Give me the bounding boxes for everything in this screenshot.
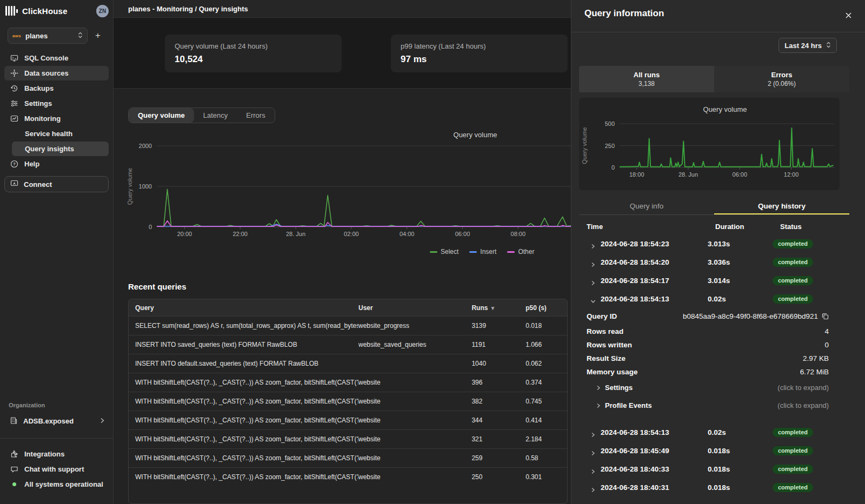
history-rows: 2024-06-28 18:54:233.013scompleted2024-0… [579,236,858,309]
svg-text:1000: 1000 [139,183,152,190]
detail-value: 4 [824,327,829,335]
chevron-down-icon[interactable] [588,299,598,304]
panel-tabs: Query info Query history [579,199,849,215]
sidebar-item-query-insights[interactable]: Query insights [12,142,109,156]
copy-icon[interactable] [822,313,829,320]
detail-value: b0845aa9-a8c9-49f0-8f68-e678669bd921 [683,312,829,320]
legend-item-insert[interactable]: Insert [469,248,496,256]
query-information-panel: Query information Last 24 hrs All runs 3… [571,0,865,504]
segment-all-runs[interactable]: All runs 3,138 [579,66,714,92]
svg-text:06:00: 06:00 [455,231,470,237]
time-range-select[interactable]: Last 24 hrs [778,38,837,53]
column-header-time: Time [587,223,603,231]
sidebar-item-chat-with-support[interactable]: Chat with support [4,462,109,476]
history-duration: 0.02s [708,428,726,436]
table-row[interactable]: WITH bitShiftLeft(CAST(?..), _CAST(?..))… [129,448,567,467]
svg-text:28. Jun: 28. Jun [286,231,305,237]
history-row[interactable]: 2024-06-28 18:40:310.018scompleted [579,479,858,498]
main-content: planes - Monitoring / Query insights Que… [114,0,571,504]
tab-query-volume[interactable]: Query volume [129,108,194,123]
table-row[interactable]: WITH bitShiftLeft(CAST(?..), _CAST(?..))… [129,429,567,448]
sidebar-item-settings[interactable]: Settings [4,96,109,111]
table-row[interactable]: INSERT INTO default.saved_queries (text)… [129,354,567,373]
user-avatar[interactable]: ZN [96,5,109,17]
add-service-button[interactable]: + [93,30,103,41]
history-row[interactable]: 2024-06-28 18:54:203.036scompleted [579,254,858,272]
history-row[interactable]: 2024-06-28 18:54:173.014scompleted [579,272,858,291]
column-header-p50[interactable]: p50 (s) [525,304,567,312]
table-row[interactable]: INSERT INTO saved_queries (text) FORMAT … [129,335,567,354]
svg-text:02:00: 02:00 [344,231,359,237]
chevron-right-icon[interactable] [591,278,595,288]
integrations-icon [10,450,19,458]
tab-latency[interactable]: Latency [194,108,237,123]
detail-row: Rows read4 [579,325,858,338]
tab-errors[interactable]: Errors [237,108,274,123]
segment-errors[interactable]: Errors 2 (0.06%) [714,66,849,92]
sidebar-item-monitoring[interactable]: Monitoring [4,111,109,126]
detail-label: Rows written [587,341,632,349]
recent-queries-title: Recent queries [128,282,187,291]
cell-user: website [358,454,471,462]
svg-text:Query volume: Query volume [127,168,133,205]
table-row[interactable]: WITH bitShiftLeft(CAST(?..), _CAST(?..))… [129,411,567,429]
cell-query: WITH bitShiftLeft(CAST(?..), _CAST(?..))… [129,416,358,424]
tab-query-history[interactable]: Query history [714,199,849,214]
sidebar-item-service-health[interactable]: Service health [4,126,109,141]
history-time: 2024-06-28 18:40:31 [601,483,669,492]
connect-button[interactable]: Connect [4,176,109,192]
chevron-right-icon[interactable] [591,485,595,495]
history-row[interactable]: 2024-06-28 18:54:130.02scompleted [579,424,858,442]
tab-query-info[interactable]: Query info [579,199,714,214]
organization-switcher[interactable]: ADSB.exposed [4,414,109,428]
history-row[interactable]: 2024-06-28 18:54:233.013scompleted [579,236,858,254]
table-row[interactable]: WITH bitShiftLeft(CAST(?..), _CAST(?..))… [129,373,567,392]
sidebar-item-integrations[interactable]: Integrations [4,447,109,461]
cell-p50: 0.018 [525,322,567,330]
cell-user: website [358,379,471,386]
legend-item-other[interactable]: Other [507,248,534,256]
stat-label: Query volume (Last 24 hours) [175,42,332,50]
svg-text:0: 0 [149,224,152,230]
legend-item-select[interactable]: Select [430,248,458,256]
table-row[interactable]: SELECT sum(read_rows) AS r, sum(total_ro… [129,316,567,335]
project-selector[interactable]: aws planes [8,28,88,44]
cell-query: WITH bitShiftLeft(CAST(?..), _CAST(?..))… [129,435,358,443]
expander-profile-events[interactable]: Profile Events(click to expand) [579,397,858,414]
chevron-right-icon[interactable] [591,241,595,251]
expander-hint: (click to expand) [777,401,829,409]
chevron-right-icon[interactable] [591,467,595,476]
cell-query: INSERT INTO default.saved_queries (text)… [129,360,358,367]
cell-p50: 2.184 [525,435,567,443]
status-badge: completed [773,239,813,248]
history-row[interactable]: 2024-06-28 18:40:330.018scompleted [579,461,858,479]
sidebar-item-data-sources[interactable]: Data sources [4,66,109,80]
chevron-right-icon[interactable] [591,448,595,458]
column-header-user[interactable]: User [358,304,471,312]
column-header-runs[interactable]: Runs▼ [471,304,525,312]
panel-query-volume-chart: 025050018:0028. Jun06:0012:00Query volum… [579,98,840,190]
svg-text:12:00: 12:00 [784,171,799,178]
column-header-query[interactable]: Query [129,304,358,312]
chevron-right-icon[interactable] [591,260,595,270]
cell-runs: 344 [471,416,525,424]
history-row[interactable]: 2024-06-28 18:54:130.02scompleted [579,291,858,309]
svg-text:04:00: 04:00 [400,231,415,237]
close-icon[interactable] [842,9,854,21]
sidebar-item-sql-console[interactable]: SQL Console [4,51,109,65]
chart-legend: SelectInsertOther [430,248,534,256]
history-time: 2024-06-28 18:54:23 [601,240,669,248]
table-row[interactable]: WITH bitShiftLeft(CAST(?..), _CAST(?..))… [129,467,567,486]
expander-settings[interactable]: Settings(click to expand) [579,379,858,397]
table-row[interactable]: WITH bitShiftLeft(CAST(?..), _CAST(?..))… [129,392,567,411]
detail-label: Query ID [587,312,617,320]
cell-query: WITH bitShiftLeft(CAST(?..), _CAST(?..))… [129,398,358,405]
history-duration: 3.036s [708,258,730,266]
sidebar-item-system-status[interactable]: All systems operational [4,477,109,492]
sidebar-item-backups[interactable]: Backups [4,81,109,96]
monitoring-icon [10,115,19,123]
legend-swatch [469,251,477,253]
history-row[interactable]: 2024-06-28 18:45:490.018scompleted [579,442,858,461]
chevron-right-icon[interactable] [591,430,595,440]
sidebar-item-help[interactable]: ?Help [4,157,109,171]
